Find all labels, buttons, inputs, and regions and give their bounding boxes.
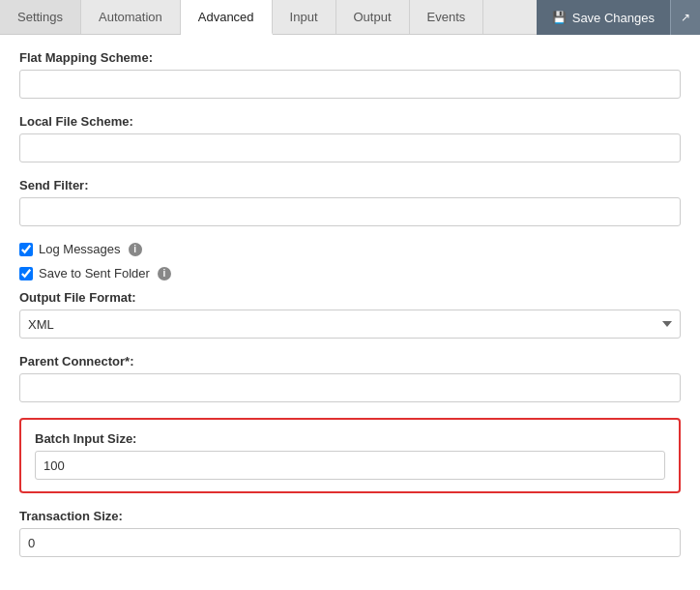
batch-input-size-label: Batch Input Size: (35, 431, 665, 446)
flat-mapping-scheme-label: Flat Mapping Scheme: (19, 50, 681, 65)
tab-automation[interactable]: Automation (81, 0, 181, 34)
save-to-sent-folder-label: Save to Sent Folder (39, 266, 150, 280)
save-icon: 💾 (552, 11, 567, 24)
flat-mapping-scheme-input[interactable] (19, 70, 681, 99)
tab-events[interactable]: Events (410, 0, 484, 34)
save-to-sent-folder-checkbox[interactable] (19, 267, 33, 280)
local-file-scheme-input[interactable] (19, 133, 681, 162)
transaction-size-group: Transaction Size: (19, 509, 681, 557)
log-messages-row: Log Messages i (19, 242, 681, 256)
tab-advanced[interactable]: Advanced (181, 0, 273, 35)
local-file-scheme-group: Local File Scheme: (19, 114, 681, 162)
tab-bar: Settings Automation Advanced Input Outpu… (0, 0, 700, 35)
send-filter-group: Send Filter: (19, 178, 681, 226)
save-label: Save Changes (572, 11, 655, 25)
log-messages-label: Log Messages (39, 242, 121, 256)
tab-settings[interactable]: Settings (0, 0, 81, 34)
output-file-format-label: Output File Format: (19, 290, 681, 305)
tab-input[interactable]: Input (273, 0, 336, 34)
output-file-format-group: Output File Format: XML CSV JSON XLSX (19, 290, 681, 339)
parent-connector-group: Parent Connector*: (19, 354, 681, 402)
transaction-size-label: Transaction Size: (19, 509, 681, 523)
parent-connector-input[interactable] (19, 373, 681, 402)
batch-input-size-section: Batch Input Size: (19, 418, 681, 493)
log-messages-checkbox[interactable] (19, 243, 33, 256)
batch-input-size-input[interactable] (35, 451, 665, 480)
save-to-sent-folder-info-icon: i (158, 267, 171, 280)
save-button[interactable]: 💾 Save Changes (537, 0, 670, 35)
output-file-format-select[interactable]: XML CSV JSON XLSX (19, 310, 681, 339)
tab-output[interactable]: Output (336, 0, 410, 34)
transaction-size-input[interactable] (19, 528, 681, 557)
main-content: Flat Mapping Scheme: Local File Scheme: … (0, 35, 700, 590)
external-link-button[interactable]: ↗ (670, 0, 700, 35)
external-icon: ↗ (681, 11, 690, 24)
flat-mapping-scheme-group: Flat Mapping Scheme: (19, 50, 681, 99)
batch-input-size-group: Batch Input Size: (35, 431, 665, 480)
tab-spacer (483, 0, 536, 34)
send-filter-input[interactable] (19, 197, 681, 226)
send-filter-label: Send Filter: (19, 178, 681, 192)
parent-connector-label: Parent Connector*: (19, 354, 681, 369)
log-messages-info-icon: i (129, 243, 142, 256)
local-file-scheme-label: Local File Scheme: (19, 114, 681, 129)
save-to-sent-folder-row: Save to Sent Folder i (19, 266, 681, 280)
